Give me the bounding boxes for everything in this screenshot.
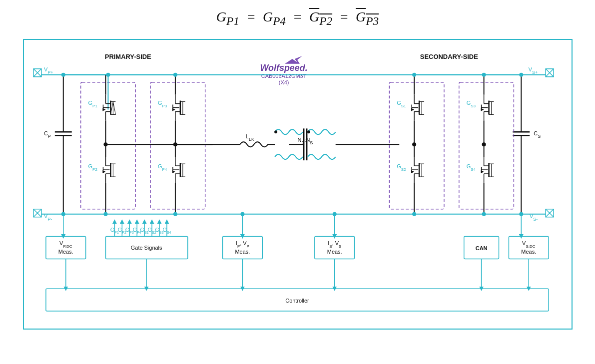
svg-point-150 xyxy=(173,212,177,216)
svg-marker-56 xyxy=(172,108,175,111)
gs3-label: GS3 xyxy=(466,99,476,108)
can-label: CAN xyxy=(475,245,487,251)
svg-point-152 xyxy=(482,212,486,216)
svg-point-137 xyxy=(412,142,416,146)
gs1-mosfet xyxy=(411,94,424,120)
svg-point-142 xyxy=(61,72,65,76)
svg-marker-130 xyxy=(481,170,484,173)
ip-vp-meas-box xyxy=(222,236,262,259)
vs-plus-label: VS+ xyxy=(528,66,538,74)
svg-text:Meas.: Meas. xyxy=(58,249,73,255)
wolfspeed-logo: Wolfspeed. CAB006A12GM3T (X4) xyxy=(260,56,307,85)
svg-text:Meas.: Meas. xyxy=(235,249,250,255)
svg-point-86 xyxy=(307,130,310,133)
formula: GP1 = GP4 = GP2 = GP3 xyxy=(216,9,379,28)
svg-point-151 xyxy=(412,212,416,216)
svg-point-184 xyxy=(240,212,244,216)
svg-marker-67 xyxy=(172,170,175,173)
gp1-mosfet xyxy=(102,94,115,120)
gs2-label: GS2 xyxy=(397,163,406,172)
gp4-label: GP4 xyxy=(158,163,167,172)
svg-text:(X4): (X4) xyxy=(278,79,289,85)
svg-text:CAB006A12GM3T: CAB006A12GM3T xyxy=(261,72,306,78)
svg-marker-119 xyxy=(481,108,484,111)
secondary-side-label: SECONDARY-SIDE xyxy=(420,52,478,60)
svg-point-138 xyxy=(482,142,486,146)
gp2-mosfet xyxy=(102,157,115,183)
svg-marker-105 xyxy=(411,170,414,173)
gs3-mosfet xyxy=(481,94,494,120)
svg-point-147 xyxy=(519,72,523,76)
is-vs-meas-box xyxy=(314,236,354,259)
svg-marker-94 xyxy=(411,108,414,111)
svg-text:Wolfspeed.: Wolfspeed. xyxy=(260,62,307,72)
transformer-primary xyxy=(275,129,303,134)
svg-point-149 xyxy=(103,212,107,216)
gp2-label: GP2 xyxy=(88,163,97,172)
gs1-label: GS1 xyxy=(397,99,406,108)
svg-marker-30 xyxy=(102,108,105,111)
cs-label: CS xyxy=(534,130,541,139)
controller-label: Controller xyxy=(285,298,309,304)
svg-point-145 xyxy=(412,72,416,76)
gs4-label: GS4 xyxy=(466,163,476,172)
svg-point-144 xyxy=(173,72,177,76)
inductor-llk xyxy=(240,142,268,147)
svg-point-146 xyxy=(482,72,486,76)
transformer-secondary xyxy=(307,129,335,134)
gp1-label: GP1 xyxy=(88,99,97,108)
gp3-label: GP3 xyxy=(158,99,167,108)
vp-plus-label: VP+ xyxy=(43,66,53,74)
svg-point-77 xyxy=(103,142,107,146)
svg-point-185 xyxy=(332,212,336,216)
primary-side-label: PRIMARY-SIDE xyxy=(104,52,151,60)
svg-point-143 xyxy=(106,72,110,76)
gs2-mosfet xyxy=(411,157,424,183)
cp-label: CP xyxy=(43,130,50,139)
gp4-mosfet xyxy=(172,157,185,183)
circuit-diagram: PRIMARY-SIDE SECONDARY-SIDE Wolfspeed. C… xyxy=(23,39,573,330)
svg-text:Meas.: Meas. xyxy=(327,249,342,255)
llk-label: LLK xyxy=(245,133,254,142)
svg-marker-42 xyxy=(102,170,105,173)
gs4-mosfet xyxy=(481,157,494,183)
gate-signals-label: Gate Signals xyxy=(130,245,162,251)
svg-point-85 xyxy=(274,130,277,133)
gp3-mosfet xyxy=(172,94,185,120)
svg-text:Meas.: Meas. xyxy=(521,249,536,255)
